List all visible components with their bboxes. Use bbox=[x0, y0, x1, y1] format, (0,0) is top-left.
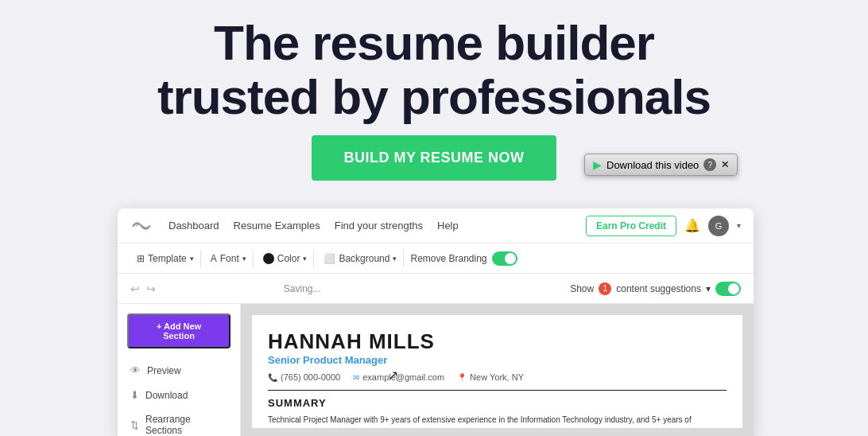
main-content: + Add New Section 👁 Preview ⬇ Download ⇅… bbox=[118, 304, 754, 436]
template-icon: ⊞ bbox=[137, 253, 145, 264]
content-suggestions[interactable]: Show 1 content suggestions ▾ bbox=[570, 282, 741, 296]
suggestions-toggle[interactable] bbox=[715, 282, 741, 296]
font-chevron-icon: ▾ bbox=[242, 255, 246, 263]
resume-name: HANNAH MILLS bbox=[268, 329, 727, 354]
navbar: Dashboard Resume Examples Find your stre… bbox=[118, 208, 754, 243]
rearrange-icon: ⇅ bbox=[130, 419, 139, 431]
add-section-button[interactable]: + Add New Section bbox=[127, 313, 231, 348]
resume-divider bbox=[268, 390, 727, 391]
resume-section-title: SUMMARY bbox=[268, 397, 727, 409]
resume-contacts: 📞(765) 000-0000 ✉example@gmail.com 📍New … bbox=[268, 372, 727, 382]
resume-summary: Technical Project Manager with 9+ years … bbox=[268, 414, 727, 428]
email-icon: ✉ bbox=[353, 373, 359, 382]
phone-icon: 📞 bbox=[268, 373, 277, 382]
nav-resume-examples[interactable]: Resume Examples bbox=[234, 220, 320, 232]
color-chevron-icon: ▾ bbox=[303, 255, 307, 263]
remove-branding-toggle[interactable] bbox=[492, 251, 517, 266]
background-icon: ⬜ bbox=[324, 253, 335, 264]
redo-button[interactable]: ↪ bbox=[146, 282, 156, 295]
sidebar-item-preview[interactable]: 👁 Preview bbox=[118, 358, 240, 383]
download-tooltip: ▶ Download this video ? ✕ bbox=[584, 154, 738, 176]
nav-find-strengths[interactable]: Find your strengths bbox=[335, 220, 423, 232]
background-chevron-icon: ▾ bbox=[393, 255, 397, 263]
hero-section: The resume builder trusted by profession… bbox=[0, 0, 868, 200]
nav-dashboard[interactable]: Dashboard bbox=[169, 220, 219, 232]
cta-button[interactable]: BUILD MY RESUME NOW bbox=[312, 135, 556, 181]
preview-icon: 👁 bbox=[130, 364, 141, 376]
font-icon: A bbox=[211, 253, 217, 264]
play-icon: ▶ bbox=[593, 158, 602, 171]
background-toolbar-item[interactable]: ⬜ Background ▾ bbox=[317, 250, 404, 267]
tooltip-question-button[interactable]: ? bbox=[703, 158, 716, 171]
sidebar: + Add New Section 👁 Preview ⬇ Download ⇅… bbox=[118, 304, 241, 436]
font-toolbar-item[interactable]: A Font ▾ bbox=[204, 250, 254, 267]
avatar-chevron-icon[interactable]: ▾ bbox=[737, 221, 741, 230]
hero-title: The resume builder trusted by profession… bbox=[16, 16, 852, 124]
download-icon: ⬇ bbox=[130, 389, 139, 401]
app-window: Dashboard Resume Examples Find your stre… bbox=[118, 208, 754, 436]
suggestions-chevron-icon: ▾ bbox=[706, 283, 711, 294]
resume-content: HANNAH MILLS Senior Product Manager 📞(76… bbox=[252, 315, 742, 428]
remove-branding: Remove Branding bbox=[410, 251, 517, 266]
resume-title: Senior Product Manager bbox=[268, 354, 727, 366]
earn-pro-button[interactable]: Earn Pro Credit bbox=[586, 216, 676, 236]
action-bar: ↩ ↪ Saving... Show 1 content suggestions… bbox=[118, 274, 754, 304]
download-tooltip-label: Download this video bbox=[606, 159, 699, 171]
cursor-arrow: ↗ bbox=[388, 368, 398, 383]
nav-help[interactable]: Help bbox=[437, 220, 459, 232]
template-toolbar-item[interactable]: ⊞ Template ▾ bbox=[130, 250, 201, 267]
color-swatch bbox=[263, 253, 274, 264]
sidebar-item-download[interactable]: ⬇ Download bbox=[118, 383, 240, 407]
nav-right: Earn Pro Credit 🔔 G ▾ bbox=[586, 216, 741, 236]
color-toolbar-item[interactable]: Color ▾ bbox=[257, 250, 315, 267]
bell-icon[interactable]: 🔔 bbox=[684, 218, 700, 233]
avatar: G bbox=[708, 216, 729, 236]
suggestions-badge: 1 bbox=[599, 282, 611, 295]
resume-panel: HANNAH MILLS Senior Product Manager 📞(76… bbox=[241, 304, 754, 436]
toolbar: ⊞ Template ▾ A Font ▾ Color ▾ ⬜ Backgrou… bbox=[118, 243, 754, 274]
sidebar-item-rearrange[interactable]: ⇅ Rearrange Sections bbox=[118, 407, 240, 436]
nav-links: Dashboard Resume Examples Find your stre… bbox=[169, 220, 570, 232]
template-chevron-icon: ▾ bbox=[190, 255, 194, 263]
tooltip-close-button[interactable]: ✕ bbox=[721, 159, 729, 170]
undo-button[interactable]: ↩ bbox=[130, 282, 140, 295]
location-icon: 📍 bbox=[457, 373, 467, 382]
saving-status: Saving... bbox=[284, 283, 321, 294]
logo[interactable] bbox=[130, 218, 153, 234]
